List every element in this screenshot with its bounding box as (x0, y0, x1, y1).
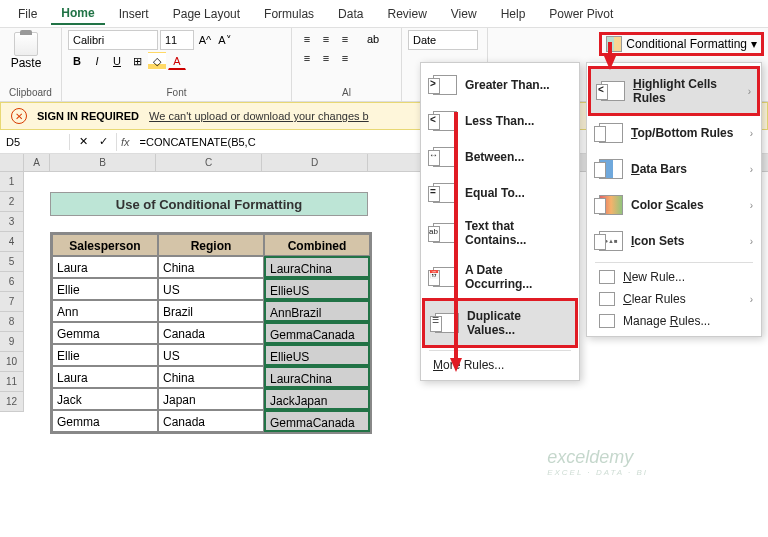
icon-sets-item[interactable]: Icon Sets› (589, 223, 759, 259)
italic-button[interactable]: I (88, 52, 106, 70)
select-all-corner[interactable] (0, 154, 24, 172)
tab-file[interactable]: File (8, 4, 47, 24)
paste-button[interactable]: Paste (6, 30, 46, 72)
row-header[interactable]: 1 (0, 172, 24, 192)
row-header[interactable]: 5 (0, 252, 24, 272)
tab-insert[interactable]: Insert (109, 4, 159, 24)
underline-button[interactable]: U (108, 52, 126, 70)
cancel-formula-icon[interactable]: ✕ (74, 133, 92, 151)
table-cell[interactable]: US (158, 278, 264, 300)
table-cell[interactable]: China (158, 256, 264, 278)
border-button[interactable]: ⊞ (128, 52, 146, 70)
table-cell[interactable]: US (158, 344, 264, 366)
color-scales-item[interactable]: Color Scales› (589, 187, 759, 223)
greater-than-item[interactable]: Greater Than... (423, 67, 577, 103)
row-header[interactable]: 3 (0, 212, 24, 232)
name-box[interactable]: D5 (0, 134, 70, 150)
font-color-button[interactable]: A (168, 52, 186, 70)
row-header[interactable]: 12 (0, 392, 24, 412)
duplicate-values-item[interactable]: Duplicate Values... (422, 298, 578, 348)
row-header[interactable]: 6 (0, 272, 24, 292)
header-salesperson: Salesperson (52, 234, 158, 256)
table-cell[interactable]: Gemma (52, 410, 158, 432)
tab-view[interactable]: View (441, 4, 487, 24)
data-bars-item[interactable]: Data Bars› (589, 151, 759, 187)
align-top-icon[interactable]: ≡ (298, 30, 316, 48)
table-cell[interactable]: GemmaCanada (264, 410, 370, 432)
row-header[interactable]: 4 (0, 232, 24, 252)
table-cell[interactable]: EllieUS (264, 278, 370, 300)
conditional-formatting-menu: Highlight Cells Rules› Top/Bottom Rules›… (586, 62, 762, 337)
row-header[interactable]: 8 (0, 312, 24, 332)
font-name-select[interactable]: Calibri (68, 30, 158, 50)
tab-power-pivot[interactable]: Power Pivot (539, 4, 623, 24)
table-cell[interactable]: Gemma (52, 322, 158, 344)
table-cell[interactable]: Ann (52, 300, 158, 322)
warning-message[interactable]: We can't upload or download your changes… (149, 110, 369, 122)
align-center-icon[interactable]: ≡ (317, 49, 335, 67)
table-cell[interactable]: China (158, 366, 264, 388)
align-left-icon[interactable]: ≡ (298, 49, 316, 67)
menu-separator (429, 350, 571, 351)
row-header[interactable]: 10 (0, 352, 24, 372)
table-cell[interactable]: Japan (158, 388, 264, 410)
table-cell[interactable]: Canada (158, 410, 264, 432)
increase-font-icon[interactable]: A^ (196, 31, 214, 49)
table-cell[interactable]: Canada (158, 322, 264, 344)
table-cell[interactable]: Brazil (158, 300, 264, 322)
table-cell[interactable]: Laura (52, 256, 158, 278)
number-format-select[interactable]: Date (408, 30, 478, 50)
tab-page-layout[interactable]: Page Layout (163, 4, 250, 24)
conditional-formatting-button[interactable]: Conditional Formatting ▾ (599, 32, 764, 56)
menu-label: Less Than... (465, 114, 534, 128)
table-cell[interactable]: Jack (52, 388, 158, 410)
table-cell[interactable]: EllieUS (264, 344, 370, 366)
row-header[interactable]: 9 (0, 332, 24, 352)
color-scales-icon (599, 195, 623, 215)
tab-help[interactable]: Help (491, 4, 536, 24)
fill-color-button[interactable]: ◇ (148, 52, 166, 70)
align-mid-icon[interactable]: ≡ (317, 30, 335, 48)
top-bottom-rules-item[interactable]: Top/Bottom Rules› (589, 115, 759, 151)
equal-to-item[interactable]: Equal To... (423, 175, 577, 211)
col-header[interactable]: B (50, 154, 156, 171)
table-cell[interactable]: Laura (52, 366, 158, 388)
table-cell[interactable]: LauraChina (264, 256, 370, 278)
enter-formula-icon[interactable]: ✓ (94, 133, 112, 151)
font-size-select[interactable]: 11 (160, 30, 194, 50)
menu-label: Clear Rules (623, 292, 686, 306)
fx-icon[interactable]: fx (117, 136, 134, 148)
row-header[interactable]: 2 (0, 192, 24, 212)
table-cell[interactable]: LauraChina (264, 366, 370, 388)
between-item[interactable]: Between... (423, 139, 577, 175)
tab-data[interactable]: Data (328, 4, 373, 24)
menu-label: Greater Than... (465, 78, 550, 92)
align-right-icon[interactable]: ≡ (336, 49, 354, 67)
col-header[interactable]: A (24, 154, 50, 171)
highlight-cells-rules-item[interactable]: Highlight Cells Rules› (588, 66, 760, 116)
text-contains-item[interactable]: Text that Contains... (423, 211, 577, 255)
table-cell[interactable]: Ellie (52, 278, 158, 300)
chevron-right-icon: › (750, 200, 753, 211)
tab-formulas[interactable]: Formulas (254, 4, 324, 24)
table-cell[interactable]: GemmaCanada (264, 322, 370, 344)
clear-rules-item[interactable]: Clear Rules› (589, 288, 759, 310)
more-rules-item[interactable]: More Rules... (423, 354, 577, 376)
table-cell[interactable]: JackJapan (264, 388, 370, 410)
table-cell[interactable]: Ellie (52, 344, 158, 366)
manage-rules-item[interactable]: Manage Rules... (589, 310, 759, 332)
row-header[interactable]: 11 (0, 372, 24, 392)
tab-review[interactable]: Review (377, 4, 436, 24)
tab-home[interactable]: Home (51, 3, 104, 25)
row-header[interactable]: 7 (0, 292, 24, 312)
new-rule-item[interactable]: New Rule... (589, 266, 759, 288)
date-occurring-item[interactable]: A Date Occurring... (423, 255, 577, 299)
bold-button[interactable]: B (68, 52, 86, 70)
less-than-item[interactable]: Less Than... (423, 103, 577, 139)
table-cell[interactable]: AnnBrazil (264, 300, 370, 322)
col-header[interactable]: D (262, 154, 368, 171)
decrease-font-icon[interactable]: A˅ (216, 31, 234, 49)
col-header[interactable]: C (156, 154, 262, 171)
wrap-text-icon[interactable]: ab (364, 30, 382, 48)
align-bot-icon[interactable]: ≡ (336, 30, 354, 48)
